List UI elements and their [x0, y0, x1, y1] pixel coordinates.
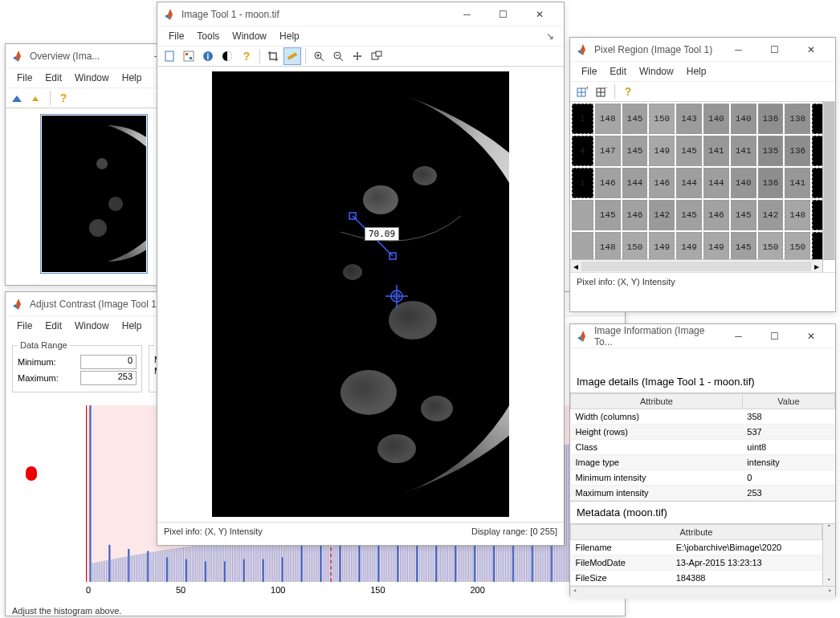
minimize-button[interactable]: ─ [720, 39, 756, 61]
svg-rect-119 [235, 541, 236, 582]
pixel-cell: 145 [622, 136, 648, 166]
table-row[interactable]: Minimum intensity0 [571, 470, 835, 486]
min-handle[interactable] [26, 466, 37, 481]
grid-plus-icon[interactable]: + [573, 83, 591, 100]
menu-edit[interactable]: Edit [39, 70, 68, 86]
menu-window[interactable]: Window [633, 63, 680, 79]
svg-rect-54 [122, 557, 123, 582]
pixel-titlebar[interactable]: Pixel Region (Image Tool 1) ─ ☐ ✕ [570, 38, 835, 62]
metadata-table: Attribute FilenameE:\jobarchive\Bimage\2… [570, 524, 822, 586]
data-range-legend: Data Range [18, 340, 70, 350]
svg-rect-91 [186, 547, 187, 582]
menu-help[interactable]: Help [680, 63, 713, 79]
zoom-in-icon[interactable] [9, 89, 27, 107]
horizontal-scrollbar[interactable]: ◂▸ [570, 259, 835, 272]
svg-rect-68 [146, 553, 147, 582]
main-toolbar: i ? [157, 46, 564, 67]
tick: 0 [86, 585, 91, 595]
pan-icon[interactable] [349, 47, 366, 65]
svg-rect-80 [167, 550, 168, 582]
table-row[interactable]: Classuint8 [571, 440, 835, 455]
menu-window[interactable]: Window [68, 70, 116, 86]
menu-edit[interactable]: Edit [39, 318, 68, 334]
menu-chevron-icon[interactable]: ↘ [546, 30, 559, 42]
distance-tool-icon[interactable] [283, 47, 301, 65]
vertical-scrollbar[interactable] [822, 102, 835, 259]
horizontal-scrollbar[interactable]: ˂˃ [570, 586, 835, 599]
distance-overlay[interactable] [212, 71, 509, 517]
pixel-cell: 147 [595, 136, 621, 166]
svg-rect-43 [103, 561, 104, 582]
svg-rect-118 [234, 542, 234, 582]
svg-rect-48 [112, 559, 112, 582]
table-row[interactable]: Width (columns)358 [571, 409, 835, 425]
close-button[interactable]: ✕ [793, 325, 829, 348]
help-icon[interactable]: ? [55, 89, 72, 107]
menu-help[interactable]: Help [273, 28, 306, 44]
menu-help[interactable]: Help [116, 318, 149, 334]
svg-rect-116 [230, 542, 231, 582]
vertical-scrollbar[interactable]: ˄˅ [822, 524, 835, 586]
zoom-out-icon[interactable] [329, 47, 347, 65]
maximize-button[interactable]: ☐ [756, 39, 793, 61]
max-value[interactable]: 253 [80, 371, 137, 385]
close-button[interactable]: ✕ [521, 3, 557, 26]
menu-file[interactable]: File [575, 63, 603, 79]
menu-file[interactable]: File [162, 28, 190, 44]
menu-file[interactable]: File [10, 70, 39, 86]
svg-rect-90 [185, 547, 186, 582]
contrast-icon[interactable] [218, 47, 236, 65]
pixel-region-icon[interactable] [180, 47, 198, 65]
maximize-button[interactable]: ☐ [756, 325, 793, 348]
svg-rect-115 [229, 542, 230, 582]
menu-window[interactable]: Window [226, 28, 273, 44]
pixel-cell: 148 [595, 232, 621, 262]
zoom-in-icon[interactable] [310, 47, 328, 65]
pixel-cell: 142 [758, 200, 784, 230]
svg-rect-82 [171, 549, 172, 582]
close-button[interactable]: ✕ [793, 39, 829, 61]
svg-rect-53 [120, 558, 120, 582]
menu-tools[interactable]: Tools [190, 28, 226, 44]
pixel-cell: 149 [649, 232, 675, 262]
grid-minus-icon[interactable]: − [593, 83, 610, 100]
maximize-button[interactable]: ☐ [485, 3, 521, 26]
svg-rect-332 [376, 51, 381, 56]
help-icon[interactable]: ? [238, 47, 255, 65]
table-row[interactable]: FileSize184388 [571, 571, 822, 586]
table-row[interactable]: Height (rows)537 [571, 425, 835, 440]
help-icon[interactable]: ? [619, 83, 637, 100]
overview-thumbnail [42, 116, 146, 272]
minimize-button[interactable]: ─ [720, 325, 756, 348]
menu-help[interactable]: Help [116, 70, 149, 86]
distance-label[interactable]: 70.09 [365, 227, 399, 241]
svg-rect-73 [155, 551, 156, 582]
table-row[interactable]: Maximum intensity253 [571, 486, 835, 501]
menu-window[interactable]: Window [68, 318, 116, 334]
pixel-grid-scroll[interactable]: 1148145150143140140136138141471451491451… [570, 102, 835, 272]
crop-icon[interactable] [264, 47, 282, 65]
separator [305, 49, 306, 63]
zoom-out-icon[interactable] [28, 89, 46, 107]
svg-rect-129 [253, 540, 254, 582]
svg-rect-113 [225, 543, 226, 582]
table-row[interactable]: FileModDate13-Apr-2015 13:23:13 [571, 555, 822, 571]
table-row[interactable]: Image typeintensity [571, 455, 835, 470]
info-titlebar[interactable]: Image Information (Image To... ─ ☐ ✕ [570, 324, 835, 348]
max-label: Maximum: [18, 373, 59, 383]
table-row[interactable]: FilenameE:\jobarchive\Bimage\2020 [571, 540, 822, 555]
pixel-cell [572, 200, 593, 230]
overview-thumb-border[interactable] [40, 114, 148, 274]
minimize-button[interactable]: ─ [449, 3, 485, 26]
separator [259, 49, 260, 63]
min-value[interactable]: 0 [80, 355, 137, 369]
image-info-icon[interactable]: i [199, 47, 217, 65]
svg-point-330 [357, 55, 359, 58]
menu-edit[interactable]: Edit [603, 63, 633, 79]
new-icon[interactable] [161, 47, 178, 65]
main-titlebar[interactable]: Image Tool 1 - moon.tif ─ ☐ ✕ [157, 2, 564, 26]
overview-titlebar[interactable]: Overview (Ima... ─ [6, 44, 182, 68]
menu-file[interactable]: File [10, 318, 39, 334]
main-canvas[interactable]: 70.09 [212, 71, 509, 517]
overview-icon[interactable] [368, 47, 385, 65]
